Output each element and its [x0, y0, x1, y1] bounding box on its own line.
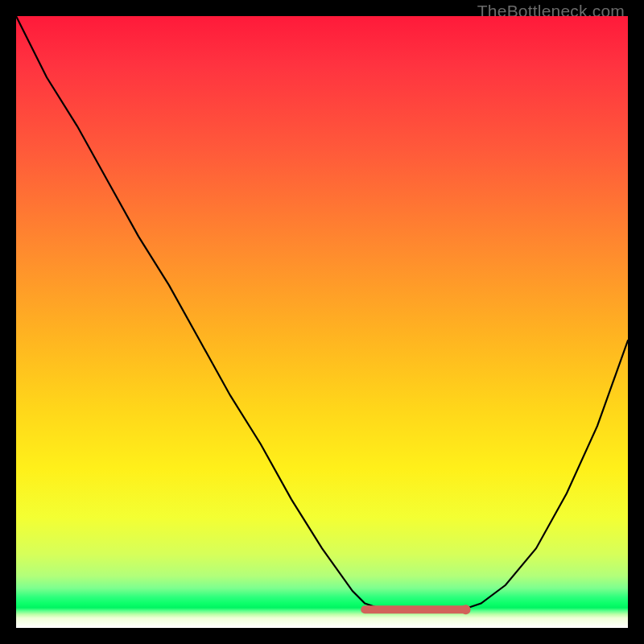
chart-frame: TheBottleneck.com	[0, 0, 644, 644]
plot-gradient-background	[16, 16, 628, 628]
